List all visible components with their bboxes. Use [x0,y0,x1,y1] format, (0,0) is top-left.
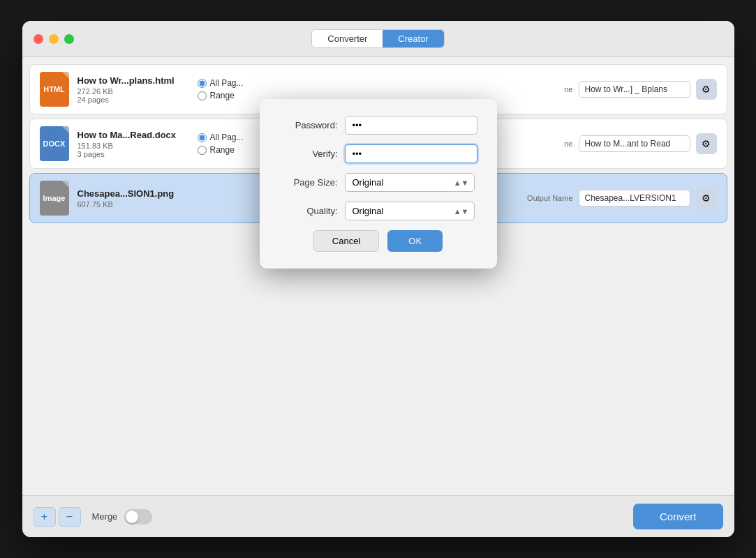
password-modal: Password: Verify: Page Size: Original A4 [260,99,497,269]
merge-label: Merge [92,511,118,522]
main-window: Converter Creator HTML How to Wr...plans… [22,21,734,537]
toggle-knob [126,511,138,523]
modal-buttons: Cancel OK [282,230,475,252]
remove-file-button[interactable]: − [59,507,81,527]
password-label: Password: [282,120,338,130]
modal-overlay: Password: Verify: Page Size: Original A4 [22,57,734,495]
pagesize-select-wrap: Original A4 Letter Legal ▲▼ [345,173,475,192]
modal-verify-row: Verify: [282,144,475,163]
cancel-button[interactable]: Cancel [313,230,379,252]
add-file-button[interactable]: + [34,507,56,527]
modal-quality-row: Quality: Original High Medium Low ▲▼ [282,202,475,220]
maximize-button[interactable] [64,34,74,44]
tab-group: Converter Creator [311,29,444,48]
minimize-button[interactable] [49,34,59,44]
modal-pagesize-row: Page Size: Original A4 Letter Legal ▲▼ [282,173,475,192]
quality-label: Quality: [282,206,338,216]
close-button[interactable] [34,34,43,44]
convert-button[interactable]: Convert [633,504,723,529]
pagesize-label: Page Size: [282,177,338,188]
traffic-lights [34,34,74,44]
tab-creator[interactable]: Creator [383,30,443,47]
modal-password-row: Password: [282,116,475,135]
titlebar: Converter Creator [22,21,734,57]
quality-select-wrap: Original High Medium Low ▲▼ [345,202,475,220]
ok-button[interactable]: OK [387,230,443,252]
bottom-bar: + − Merge Convert [22,495,734,537]
verify-label: Verify: [282,149,338,159]
password-input[interactable] [345,116,477,135]
merge-toggle[interactable] [124,509,152,525]
pagesize-select[interactable]: Original A4 Letter Legal [345,173,475,192]
tab-converter[interactable]: Converter [312,30,383,47]
content-area: HTML How to Wr...plans.html 272.26 KB 24… [22,57,734,495]
verify-input[interactable] [345,144,477,163]
quality-select[interactable]: Original High Medium Low [345,202,475,220]
